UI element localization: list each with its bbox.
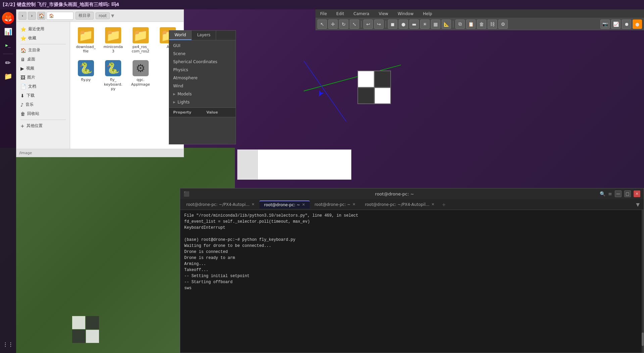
tab3-close[interactable]: ✕ (352, 202, 355, 207)
menu-file[interactable]: File (318, 11, 329, 17)
gazebo-menubar: File Edit Camera View Window Help (315, 9, 644, 18)
fm-sidebar-docs[interactable]: 📄 文档 (16, 82, 70, 91)
list-item[interactable]: 📁 download_file (73, 25, 98, 55)
tool-box[interactable]: ◼ (388, 19, 397, 29)
menu-icon[interactable]: ≡ (608, 191, 612, 196)
mini-drone-display (72, 316, 99, 343)
world-tree-physics[interactable]: Physics (169, 66, 236, 74)
drone-object (357, 71, 391, 104)
terminal-close-button[interactable]: ✕ (634, 190, 640, 197)
tab2-close[interactable]: ✕ (302, 203, 305, 207)
fm-root-label: 根目录 (79, 13, 91, 18)
tool-chart[interactable]: 📈 (611, 19, 621, 29)
world-tree-gui[interactable]: GUI (169, 42, 236, 50)
tool-sun[interactable]: ☀ (420, 19, 430, 29)
tool-cylinder[interactable]: ▬ (409, 19, 419, 29)
world-tree-atmosphere[interactable]: Atmosphere (169, 74, 236, 82)
tool-scale[interactable]: ⤡ (350, 19, 359, 29)
search-icon[interactable]: 🔍 (600, 191, 605, 196)
terminal-new-tab-button[interactable]: + (439, 201, 449, 209)
fm-sidebar-downloads[interactable]: ⬇ 下载 (16, 91, 70, 100)
tool-translate[interactable]: ✛ (328, 19, 338, 29)
menu-window[interactable]: Window (396, 11, 415, 17)
tool-rotate[interactable]: ↻ (339, 19, 348, 29)
drone-cell-3 (358, 88, 374, 104)
world-tree-spherical[interactable]: Spherical Coordinates (169, 58, 236, 66)
tool-select[interactable]: ↖ (317, 19, 327, 29)
terminal-tab-4[interactable]: root@drone-pc: ~/PX4-Autopil... ✕ (360, 201, 439, 208)
world-tree: GUI Scene Spherical Coordinates Physics … (169, 40, 236, 107)
fm-sidebar-pictures[interactable]: 🖼 图片 (16, 73, 70, 82)
fm-sidebar-desktop[interactable]: 🖥 桌面 (16, 55, 70, 64)
tool-measure[interactable]: 📐 (442, 19, 451, 29)
fm-sidebar-recent[interactable]: ⭐ 最近使用 (16, 25, 70, 34)
fm-files-area: 📁 download_file 📁 miniconda3 📁 px4_ros_c… (70, 22, 184, 149)
dock-item-files[interactable]: 📁 (2, 70, 14, 82)
menu-view[interactable]: View (377, 11, 390, 17)
fm-forward-button[interactable]: › (28, 12, 36, 20)
fm-sidebar-other[interactable]: + 其他位置 (16, 121, 70, 130)
terminal-tab-1[interactable]: root@drone-pc: ~/PX4-Autopi... ✕ (182, 201, 259, 208)
world-tree-wind[interactable]: Wind (169, 82, 236, 90)
menu-help[interactable]: Help (421, 11, 434, 17)
tool-undo[interactable]: ↩ (363, 19, 373, 29)
list-item[interactable]: 📁 miniconda3 (101, 25, 126, 55)
tool-redo[interactable]: ↪ (374, 19, 384, 29)
tool-plugin[interactable]: ⚙ (498, 19, 508, 29)
tool-copy[interactable]: ⧉ (455, 19, 465, 29)
fm-path-bar[interactable]: 🏠 (47, 12, 73, 20)
list-item[interactable]: 🐍 fly_keyboard.py (101, 58, 126, 93)
list-item[interactable]: 🐍 fly.py (73, 58, 98, 93)
terminal-tab-2[interactable]: root@drone-pc: ~ ✕ (259, 201, 310, 209)
favorites-icon: ⭐ (20, 36, 26, 41)
tool-extra[interactable]: ● (633, 19, 642, 29)
menu-edit[interactable]: Edit (334, 11, 346, 17)
dock-item-firefox[interactable]: 🦊 (2, 12, 14, 24)
tool-sphere[interactable]: ● (399, 19, 408, 29)
tab-layers[interactable]: Layers (192, 31, 216, 40)
tool-delete[interactable]: 🗑 (477, 19, 486, 29)
atmosphere-label: Atmosphere (173, 76, 198, 80)
fm-back-button[interactable]: ‹ (18, 12, 27, 20)
tool-grid[interactable]: ▦ (431, 19, 440, 29)
world-tree-scene[interactable]: Scene (169, 50, 236, 58)
world-tree-lights[interactable]: Lights (169, 98, 236, 106)
physics-label: Physics (173, 68, 188, 72)
tool-record[interactable]: ⏺ (622, 19, 631, 29)
dock-item-editor[interactable]: ✏ (2, 57, 14, 69)
list-item[interactable]: ⚙ qgc.AppImage (128, 58, 153, 93)
terminal-minimize-button[interactable]: — (615, 190, 622, 197)
file-name-px4: px4_ros_com_ros2 (132, 45, 149, 53)
menu-camera[interactable]: Camera (351, 11, 371, 17)
terminal-tab-expand[interactable]: ▼ (633, 202, 642, 207)
list-item[interactable]: 📁 px4_ros_com_ros2 (128, 25, 153, 55)
dock-item-terminal[interactable]: ▶_ (2, 39, 14, 51)
world-tree-models[interactable]: Models (169, 90, 236, 98)
terminal-line-6: Waiting for drone to be connected... (184, 243, 640, 249)
terminal-maximize-button[interactable]: □ (624, 190, 631, 197)
tab4-close[interactable]: ✕ (431, 202, 434, 207)
pictures-icon: 🖼 (20, 75, 25, 80)
terminal-scrollbar[interactable] (642, 210, 644, 353)
terminal-scrollbar-thumb[interactable] (642, 333, 644, 346)
tab-world[interactable]: World (169, 31, 192, 40)
tool-paste[interactable]: 📋 (466, 19, 476, 29)
tool-screenshot[interactable]: 📷 (600, 19, 610, 29)
fm-sidebar-favorites[interactable]: ⭐ 收藏 (16, 34, 70, 43)
terminal-title: root@drone-pc: ~ (189, 191, 600, 196)
fm-sidebar-videos[interactable]: ▶ 视频 (16, 64, 70, 73)
dock-item-sysmon[interactable]: 📊 (2, 26, 14, 38)
fm-sidebar-music[interactable]: ♪ 音乐 (16, 100, 70, 109)
tool-group[interactable]: ⛓ (488, 19, 497, 29)
fm-sidebar-home[interactable]: 🏠 主目录 (16, 46, 70, 55)
fm-sidebar-trash[interactable]: 🗑 回收站 (16, 109, 70, 118)
docs-icon: 📄 (20, 84, 26, 89)
world-properties-header: Property Value (169, 107, 236, 117)
tab1-close[interactable]: ✕ (252, 202, 255, 207)
terminal-tab-3[interactable]: root@drone-pc: ~ ✕ (310, 201, 360, 208)
tab4-label: root@drone-pc: ~/PX4-Autopil... (365, 202, 430, 207)
dock-item-appgrid[interactable]: ⋮⋮ (2, 338, 14, 350)
appimage-icon: ⚙ (133, 60, 149, 76)
fm-home-button[interactable]: 🏠 (37, 12, 45, 20)
terminal-line-10: Takeoff... (184, 267, 640, 273)
